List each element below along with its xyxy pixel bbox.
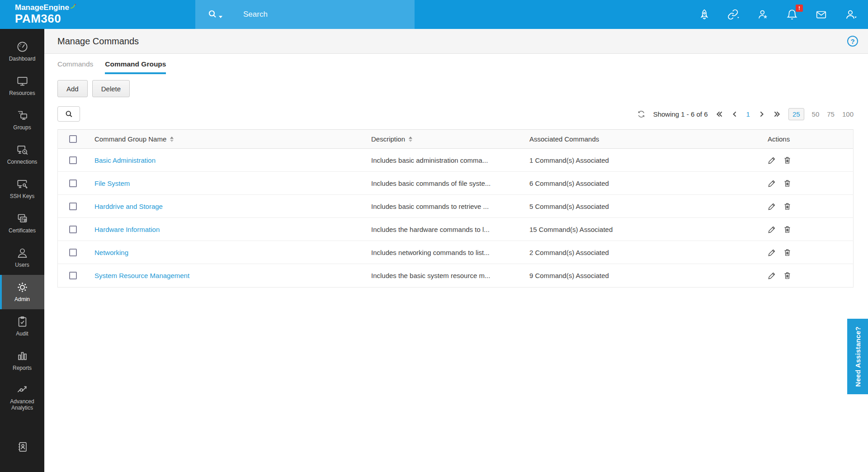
pagination: Showing 1 - 6 of 6 1: [637, 108, 854, 120]
sidebar-item-certificates[interactable]: Certificates: [0, 206, 44, 241]
delete-button[interactable]: Delete: [92, 80, 130, 97]
search-scope-selector[interactable]: [207, 9, 222, 20]
mail-icon[interactable]: [815, 9, 827, 20]
delete-icon[interactable]: [783, 156, 792, 165]
command-group-link[interactable]: Hardware Information: [94, 226, 160, 233]
audit-icon: [16, 316, 28, 328]
global-search-input[interactable]: [243, 10, 379, 19]
delete-icon[interactable]: [783, 225, 792, 234]
global-search-bar[interactable]: [195, 0, 415, 29]
sidebar-item-contact-book[interactable]: [0, 434, 44, 459]
certificates-icon: [16, 212, 28, 225]
page-size-75[interactable]: 75: [827, 110, 835, 118]
table-search-button[interactable]: [57, 106, 80, 122]
notification-badge: !: [796, 5, 803, 12]
user-star-icon[interactable]: [757, 9, 769, 20]
table-row: Hardware Information Includes the hardwa…: [58, 218, 853, 241]
row-checkbox[interactable]: [69, 156, 77, 164]
next-page-icon[interactable]: [758, 110, 765, 118]
dashboard-icon: [16, 41, 28, 53]
row-checkbox[interactable]: [69, 203, 77, 210]
sort-icon[interactable]: [409, 137, 412, 142]
sidebar-item-dashboard[interactable]: Dashboard: [0, 34, 44, 69]
description-cell: Includes basic administration comma...: [369, 156, 527, 164]
top-bar: ManageEngine PAM360: [0, 0, 868, 29]
search-icon: [207, 9, 218, 20]
row-checkbox[interactable]: [69, 249, 77, 256]
sort-icon[interactable]: [170, 137, 174, 142]
contact-book-icon: [16, 441, 28, 453]
page-header: Manage Commands ?: [44, 29, 868, 54]
page-size-50[interactable]: 50: [812, 110, 820, 118]
row-checkbox[interactable]: [69, 272, 77, 279]
command-group-link[interactable]: Harddrive and Storage: [94, 203, 163, 210]
sidebar-item-connections[interactable]: Connections: [0, 137, 44, 172]
sidebar-item-groups[interactable]: Groups: [0, 103, 44, 137]
edit-icon[interactable]: [768, 179, 776, 188]
edit-icon[interactable]: [768, 156, 776, 165]
edit-icon[interactable]: [768, 225, 776, 234]
table-row: Basic Administration Includes basic admi…: [58, 149, 853, 172]
sidebar-item-label: Certificates: [9, 228, 36, 234]
row-checkbox[interactable]: [69, 179, 77, 187]
sidebar-item-ssh-keys[interactable]: SSH Keys: [0, 172, 44, 206]
sidebar-item-audit[interactable]: Audit: [0, 309, 44, 344]
main-content: Manage Commands ? Commands Command Group…: [44, 29, 868, 472]
associated-cell: 2 Command(s) Associated: [527, 249, 764, 256]
refresh-icon[interactable]: [637, 110, 646, 118]
sidebar-item-users[interactable]: Users: [0, 241, 44, 275]
table-row: Harddrive and Storage Includes basic com…: [58, 195, 853, 218]
last-page-icon[interactable]: [773, 110, 781, 118]
bell-icon[interactable]: !: [786, 9, 798, 20]
sidebar-item-advanced-analytics[interactable]: Advanced Analytics: [0, 378, 44, 417]
sidebar-item-admin[interactable]: Admin: [0, 275, 44, 309]
brand-logo[interactable]: ManageEngine PAM360: [0, 0, 195, 29]
sidebar-item-label: Groups: [13, 125, 31, 131]
product-name: PAM360: [15, 12, 195, 25]
table-header-row: Command Group Name Description Associate…: [58, 130, 853, 149]
delete-icon[interactable]: [783, 202, 792, 211]
page-number[interactable]: 1: [746, 110, 750, 118]
tab-command-groups[interactable]: Command Groups: [105, 60, 166, 74]
row-checkbox[interactable]: [69, 226, 77, 233]
pagination-summary: Showing 1 - 6 of 6: [653, 110, 708, 118]
delete-icon[interactable]: [783, 248, 792, 257]
edit-icon[interactable]: [768, 271, 776, 280]
account-icon[interactable]: [844, 9, 857, 20]
column-header-actions: Actions: [768, 135, 790, 143]
command-group-link[interactable]: System Resource Management: [94, 272, 189, 279]
link-icon[interactable]: [727, 9, 740, 20]
column-header-associated: Associated Commands: [529, 135, 599, 143]
sidebar-item-label: Reports: [13, 365, 32, 372]
rocket-icon[interactable]: [698, 9, 710, 20]
resources-icon: [16, 75, 28, 87]
sidebar-item-label: Audit: [16, 331, 28, 337]
sidebar-item-resources[interactable]: Resources: [0, 69, 44, 103]
description-cell: Includes the hardware commands to l...: [369, 226, 527, 233]
help-icon[interactable]: ?: [847, 36, 858, 47]
select-all-checkbox[interactable]: [69, 135, 77, 143]
first-page-icon[interactable]: [716, 110, 723, 118]
sidebar-item-label: Users: [15, 262, 29, 269]
previous-page-icon[interactable]: [731, 110, 739, 118]
brand-name-text: ManageEngine: [15, 4, 69, 11]
sidebar-item-reports[interactable]: Reports: [0, 344, 44, 378]
column-header-name: Command Group Name: [94, 135, 166, 143]
edit-icon[interactable]: [768, 248, 776, 257]
content-area: Commands Command Groups Add Delete: [44, 60, 868, 288]
sidebar-item-label: Dashboard: [9, 56, 36, 62]
command-group-link[interactable]: Networking: [94, 249, 128, 256]
add-button[interactable]: Add: [57, 80, 88, 97]
search-icon: [65, 110, 73, 118]
top-bar-actions: !: [415, 0, 868, 29]
delete-icon[interactable]: [783, 271, 792, 280]
command-group-link[interactable]: File System: [94, 179, 130, 187]
page-size-25[interactable]: 25: [788, 108, 804, 120]
command-group-link[interactable]: Basic Administration: [94, 156, 156, 164]
need-assistance-tab[interactable]: Need Assistance?: [847, 319, 868, 394]
page-size-100[interactable]: 100: [842, 110, 854, 118]
edit-icon[interactable]: [768, 202, 776, 211]
delete-icon[interactable]: [783, 179, 792, 188]
admin-gear-icon: [16, 281, 28, 293]
tab-commands[interactable]: Commands: [57, 60, 93, 74]
